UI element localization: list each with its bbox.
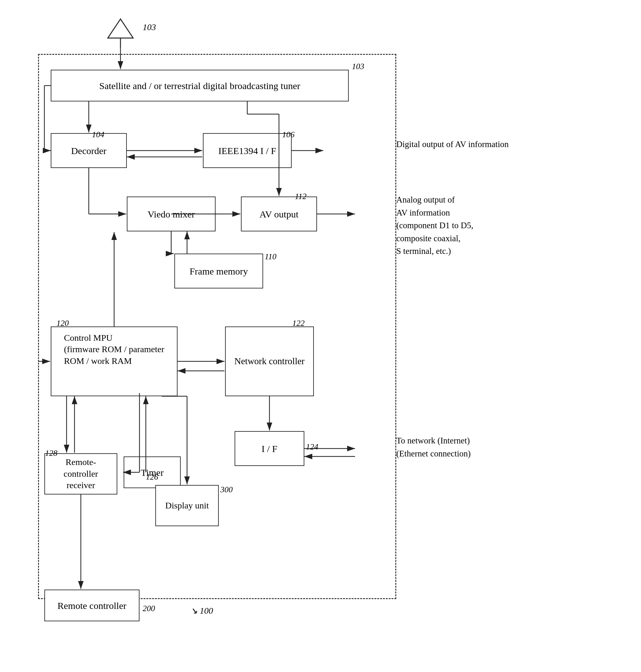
network-controller-block: Network controller (225, 327, 314, 396)
analog-output-label: Analog output ofAV information(component… (396, 193, 473, 258)
svg-marker-0 (108, 19, 133, 38)
video-mixer-block: Viedo mixer (127, 196, 216, 231)
antenna-ref-label: 103 (143, 22, 156, 32)
decoder-block: Decorder (51, 133, 127, 168)
tuner-block: Satellite and / or terrestrial digital b… (51, 70, 349, 101)
network-controller-ref: 122 (292, 318, 305, 328)
ieee-ref: 106 (282, 130, 295, 139)
control-mpu-ref: 120 (56, 318, 69, 328)
if-ref: 124 (306, 442, 318, 452)
ieee-block: IEEE1394 I / F (203, 133, 292, 168)
if-block: I / F (235, 431, 304, 466)
remote-receiver-ref: 128 (45, 449, 57, 458)
display-unit-ref: 300 (220, 485, 233, 494)
av-output-ref: 112 (295, 192, 306, 201)
main-box-label: ↘ 100 (190, 605, 213, 616)
antenna-symbol (105, 16, 136, 47)
control-mpu-block: Control MPU(firmware ROM / parameterROM … (51, 327, 178, 396)
digital-output-label: Digital output of AV information (396, 138, 509, 151)
remote-controller-ref: 200 (143, 604, 155, 613)
remote-controller-block: Remote controller (44, 590, 139, 621)
remote-receiver-block: Remote-controller receiver (44, 453, 117, 494)
frame-memory-block: Frame memory (174, 253, 263, 288)
timer-ref: 126 (146, 472, 158, 482)
network-label: To network (Internet)(Ethernet connectio… (396, 434, 471, 460)
av-output-block: AV output (241, 196, 317, 231)
decoder-ref: 104 (92, 130, 104, 139)
diagram-container: 103 ↘ 100 Satellite and / or terrestrial… (19, 13, 621, 666)
frame-memory-ref: 110 (265, 252, 276, 261)
tuner-ref: 103 (352, 62, 364, 71)
display-unit-block: Display unit (155, 485, 219, 526)
